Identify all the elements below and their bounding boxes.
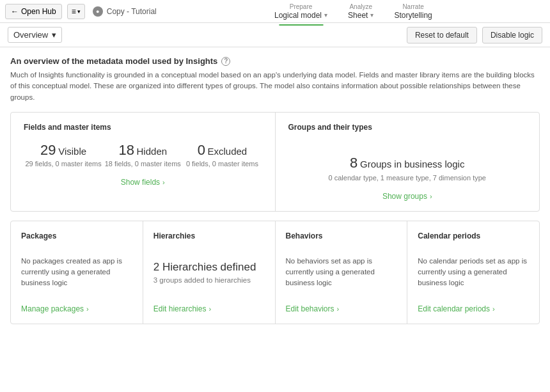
packages-body: No packages created as app is currently … [21,248,132,297]
app-icon: ● [93,6,103,17]
back-arrow-icon: ← [11,7,19,16]
sub-nav: Overview ▾ Reset to default Disable logi… [0,23,550,47]
sub-nav-actions: Reset to default Disable logic [407,27,542,43]
excluded-stat: 0 Excluded 0 fields, 0 master items [182,142,262,168]
bottom-cards-row: Packages No packages created as app is c… [10,221,540,324]
menu-button[interactable]: ≡ ▾ [67,4,85,19]
groups-number-label: 8 Groups in business logic [288,155,527,171]
show-fields-link[interactable]: Show fields › [24,178,262,187]
packages-title: Packages [21,231,132,240]
behaviors-card: Behaviors No behaviors set as app is cur… [276,221,408,324]
calendar-link-row: Edit calendar periods › [418,304,529,313]
edit-hierarchies-link[interactable]: Edit hierarchies › [153,304,265,313]
groups-stat: 8 Groups in business logic 0 calendar ty… [288,142,527,192]
analyze-name: Sheet [348,11,368,20]
prepare-arrow-icon: ▾ [324,12,327,19]
menu-arrow-icon: ▾ [77,8,81,15]
overview-label: Overview [13,30,48,40]
edit-hierarchies-chevron: › [208,305,211,313]
help-icon[interactable]: ? [221,57,230,66]
app-name: Copy - Tutorial [107,7,157,16]
nav-section-prepare[interactable]: Prepare Logical model ▾ [264,3,338,20]
edit-behaviors-link[interactable]: Edit behaviors › [286,304,397,313]
hierarchies-sub: 3 groups added to hierarchies [153,276,265,284]
menu-icon: ≡ [72,7,76,16]
disable-logic-button[interactable]: Disable logic [482,27,542,43]
groups-card-title: Groups and their types [288,123,527,132]
top-cards-row: Fields and master items 29 Visible 29 fi… [10,112,540,212]
visible-stat: 29 Visible 29 fields, 0 master items [24,142,103,168]
narrate-name: Storytelling [394,11,432,20]
open-hub-label: Open Hub [21,7,56,16]
groups-sub: 0 calendar type, 1 measure type, 7 dimen… [288,174,527,182]
behaviors-title: Behaviors [286,231,397,240]
calendar-body: No calendar periods set as app is curren… [418,248,529,297]
prepare-sublabel: Prepare [290,3,313,10]
info-title-row: An overview of the metadata model used b… [10,56,540,66]
groups-card: Groups and their types 8 Groups in busin… [276,113,540,211]
top-nav: ← Open Hub ≡ ▾ ● Copy - Tutorial Prepare… [0,0,550,23]
overview-arrow-icon: ▾ [52,30,56,40]
edit-calendar-link[interactable]: Edit calendar periods › [418,304,529,313]
hidden-number: 18 Hidden [103,142,182,159]
show-groups-chevron: › [430,192,432,200]
manage-packages-chevron: › [86,305,89,313]
narrate-sublabel: Narrate [402,3,423,10]
hidden-stat: 18 Hidden 18 fields, 0 master items [103,142,182,168]
nav-section-narrate[interactable]: Narrate Storytelling [384,3,442,20]
packages-link-row: Manage packages › [21,304,132,313]
behaviors-link-row: Edit behaviors › [286,304,397,313]
hierarchies-card: Hierarchies 2 Hierarchies defined 3 grou… [143,221,276,324]
edit-behaviors-chevron: › [337,305,340,313]
main-content: An overview of the metadata model used b… [0,47,550,392]
hierarchies-title: Hierarchies [153,231,265,240]
fields-stats: 29 Visible 29 fields, 0 master items 18 … [24,142,262,168]
calendar-title: Calendar periods [418,231,529,240]
open-hub-button[interactable]: ← Open Hub [5,4,62,19]
info-description: Much of Insights functionality is ground… [10,70,540,103]
edit-calendar-chevron: › [492,305,495,313]
analyze-arrow-icon: ▾ [370,12,373,19]
calendar-card: Calendar periods No calendar periods set… [407,221,539,324]
excluded-number: 0 Excluded [182,142,262,159]
info-title-text: An overview of the metadata model used b… [10,56,217,66]
packages-card: Packages No packages created as app is c… [11,221,143,324]
visible-number: 29 Visible [24,142,103,159]
excluded-sub: 0 fields, 0 master items [182,160,262,168]
visible-sub: 29 fields, 0 master items [24,160,103,168]
overview-select[interactable]: Overview ▾ [8,27,62,43]
hidden-sub: 18 fields, 0 master items [103,160,182,168]
behaviors-body: No behaviors set as app is currently usi… [286,248,397,297]
prepare-name: Logical model [274,11,322,20]
show-groups-link[interactable]: Show groups › [288,192,527,201]
reset-to-default-button[interactable]: Reset to default [407,27,477,43]
hierarchies-link-row: Edit hierarchies › [153,304,265,313]
nav-section-analyze[interactable]: Analyze Sheet ▾ [338,3,384,20]
fields-card-title: Fields and master items [24,123,262,132]
fields-card: Fields and master items 29 Visible 29 fi… [11,113,276,211]
show-fields-chevron: › [162,178,165,186]
nav-sections: Prepare Logical model ▾ Analyze Sheet ▾ … [264,3,443,20]
analyze-sublabel: Analyze [349,3,372,10]
hierarchies-highlight: 2 Hierarchies defined [153,261,265,274]
app-label: ● Copy - Tutorial [93,6,157,17]
manage-packages-link[interactable]: Manage packages › [21,304,132,313]
